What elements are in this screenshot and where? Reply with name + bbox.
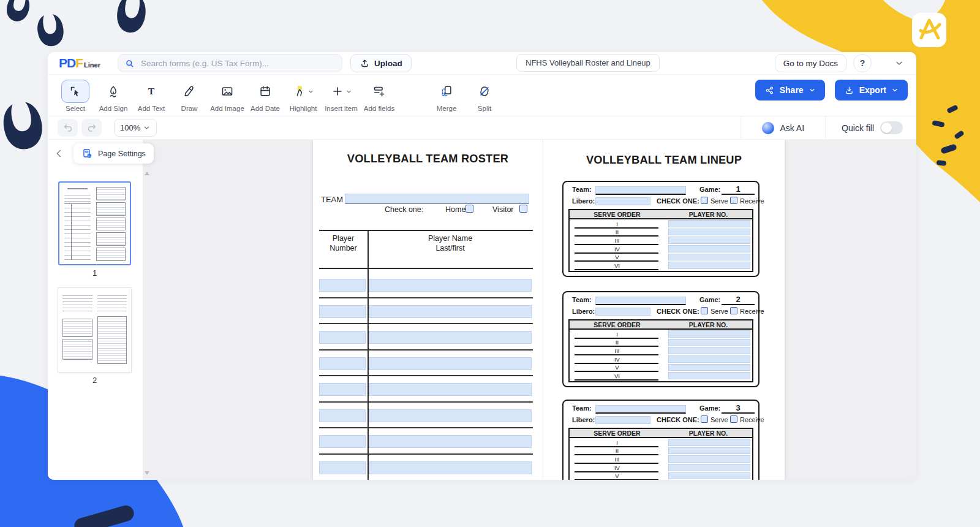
search-bar[interactable] bbox=[118, 54, 342, 72]
player-no-field[interactable] bbox=[668, 355, 750, 363]
quick-fill-toggle[interactable] bbox=[880, 121, 903, 134]
player-number-field[interactable] bbox=[319, 305, 366, 318]
sidebar-scrollbar[interactable] bbox=[145, 172, 149, 475]
lineup-title: VOLLEYBALL TEAM LINEUP bbox=[548, 153, 780, 167]
player-number-field[interactable] bbox=[319, 461, 366, 474]
player-number-field[interactable] bbox=[319, 435, 366, 448]
player-no-field[interactable] bbox=[668, 330, 750, 338]
tool-highlight[interactable]: Highlight bbox=[284, 80, 322, 112]
ask-ai-button[interactable]: Ask AI bbox=[741, 122, 825, 134]
team-field[interactable] bbox=[595, 186, 686, 195]
serve-checkbox[interactable] bbox=[701, 307, 708, 314]
go-to-my-docs-button[interactable]: Go to my Docs bbox=[775, 54, 846, 72]
tool-add-text[interactable]: T Add Text bbox=[132, 80, 170, 112]
tool-add-sign[interactable]: Add Sign bbox=[94, 80, 132, 112]
svg-text:T: T bbox=[148, 86, 155, 96]
page-settings-label: Page Settings bbox=[98, 150, 146, 158]
pdfliner-logo[interactable]: PDF Liner bbox=[59, 56, 100, 70]
page-thumbnail-2[interactable] bbox=[58, 288, 131, 372]
player-number-field[interactable] bbox=[319, 331, 366, 344]
check-one-label: CHECK ONE: bbox=[657, 197, 699, 205]
tool-split[interactable]: Split bbox=[466, 80, 503, 112]
export-button[interactable]: Export bbox=[835, 80, 908, 100]
collapse-header-chevron[interactable] bbox=[894, 58, 904, 68]
serve-label: Serve bbox=[710, 197, 728, 205]
roster-row bbox=[313, 455, 543, 480]
serve-checkbox[interactable] bbox=[701, 415, 708, 423]
tool-add-fields[interactable]: Add fields bbox=[360, 80, 398, 112]
player-name-field[interactable] bbox=[369, 305, 532, 318]
undo-button[interactable] bbox=[58, 119, 78, 137]
player-name-field[interactable] bbox=[369, 279, 532, 292]
game-number: 3 bbox=[722, 403, 755, 414]
tool-draw[interactable]: Draw bbox=[170, 80, 208, 112]
help-button[interactable]: ? bbox=[853, 54, 872, 72]
player-name-field[interactable] bbox=[369, 383, 532, 396]
tool-label: Add Date bbox=[251, 105, 280, 112]
quick-fill-label: Quick fill bbox=[842, 123, 874, 133]
player-no-field[interactable] bbox=[668, 347, 750, 354]
player-name-field[interactable] bbox=[369, 409, 532, 422]
visitor-checkbox[interactable] bbox=[519, 205, 527, 213]
page-thumbnail-1[interactable] bbox=[58, 181, 131, 265]
tool-add-date[interactable]: Add Date bbox=[246, 80, 284, 112]
document-title-field[interactable]: NFHS Volleyball Roster and Lineup bbox=[516, 54, 660, 72]
sub-toolbar-right: Ask AI Quick fill bbox=[741, 116, 916, 140]
scroll-up-arrow[interactable] bbox=[145, 172, 149, 175]
player-number-field[interactable] bbox=[319, 357, 366, 370]
player-no-field[interactable] bbox=[668, 364, 750, 371]
libero-field[interactable] bbox=[595, 416, 650, 424]
tool-insert-item[interactable]: Insert item bbox=[322, 80, 360, 112]
content-area: 1 2 bbox=[48, 140, 916, 480]
libero-field[interactable] bbox=[595, 197, 650, 205]
page-settings-button[interactable]: Page Settings bbox=[74, 143, 154, 164]
player-no-header: PLAYER NO. bbox=[665, 429, 752, 437]
team-field[interactable] bbox=[595, 297, 686, 305]
receive-checkbox[interactable] bbox=[730, 415, 737, 423]
roster-row bbox=[313, 351, 543, 377]
ai-orb-icon bbox=[762, 122, 774, 134]
tool-label: Merge bbox=[437, 105, 457, 112]
home-checkbox[interactable] bbox=[466, 205, 473, 213]
player-name-field[interactable] bbox=[369, 331, 532, 344]
player-no-field[interactable] bbox=[668, 472, 750, 480]
share-button[interactable]: Share bbox=[755, 80, 825, 100]
player-no-field[interactable] bbox=[668, 447, 750, 455]
player-name-field[interactable] bbox=[369, 357, 532, 370]
player-name-field[interactable] bbox=[369, 461, 532, 474]
player-number-field[interactable] bbox=[319, 409, 366, 422]
player-no-field[interactable] bbox=[668, 464, 750, 471]
player-no-field[interactable] bbox=[668, 229, 750, 236]
player-no-field[interactable] bbox=[668, 237, 750, 244]
collapse-sidebar-button[interactable] bbox=[54, 148, 64, 159]
search-input[interactable] bbox=[140, 58, 336, 69]
player-no-field[interactable] bbox=[668, 372, 750, 379]
roster-row bbox=[313, 272, 543, 298]
tool-merge[interactable]: Merge bbox=[428, 80, 466, 112]
zoom-select[interactable]: 100% bbox=[114, 119, 157, 137]
team-field[interactable] bbox=[595, 405, 686, 414]
player-no-field[interactable] bbox=[668, 245, 750, 252]
libero-label: Libero: bbox=[572, 308, 595, 315]
player-number-field[interactable] bbox=[319, 383, 366, 396]
receive-checkbox[interactable] bbox=[730, 307, 737, 314]
player-number-field[interactable] bbox=[319, 279, 366, 292]
player-no-field[interactable] bbox=[668, 455, 750, 463]
player-name-field[interactable] bbox=[369, 435, 532, 448]
main-toolbar: Select Add Sign T Add Text Draw Add Imag… bbox=[48, 75, 916, 116]
upload-button[interactable]: Upload bbox=[350, 54, 412, 72]
serve-checkbox[interactable] bbox=[701, 197, 708, 204]
team-name-field[interactable] bbox=[345, 194, 529, 204]
tool-select[interactable]: Select bbox=[56, 80, 94, 112]
libero-field[interactable] bbox=[595, 308, 650, 316]
tool-add-image[interactable]: Add Image bbox=[208, 80, 246, 112]
text-icon: T bbox=[145, 85, 158, 98]
redo-button[interactable] bbox=[81, 119, 102, 137]
player-no-field[interactable] bbox=[668, 262, 750, 269]
player-no-field[interactable] bbox=[668, 254, 750, 261]
player-no-field[interactable] bbox=[668, 439, 750, 446]
receive-checkbox[interactable] bbox=[730, 197, 737, 204]
player-no-field[interactable] bbox=[668, 220, 750, 227]
player-no-field[interactable] bbox=[668, 339, 750, 346]
scroll-down-arrow[interactable] bbox=[145, 471, 149, 475]
